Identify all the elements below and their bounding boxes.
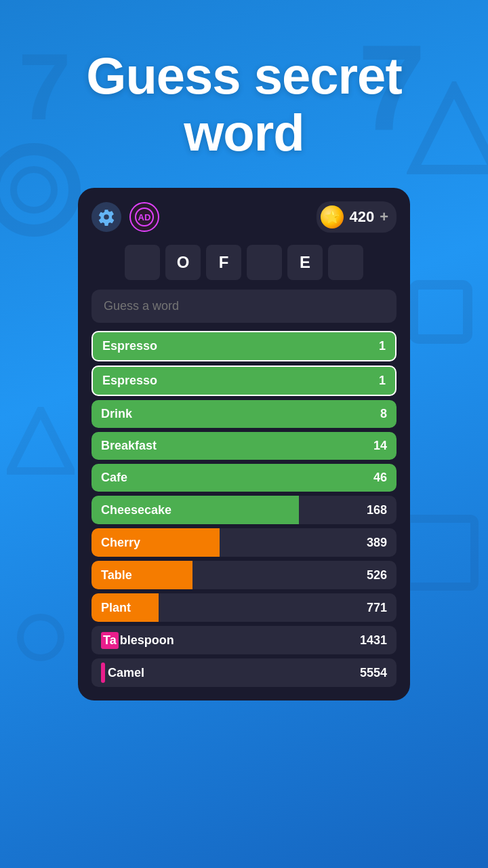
header-row: AD ⭐ 420 + — [92, 201, 396, 233]
list-item[interactable]: Cheesecake 168 — [92, 496, 396, 524]
letter-box-6 — [328, 245, 363, 280]
svg-marker-4 — [10, 410, 71, 471]
word-score: 1 — [379, 374, 386, 388]
letter-box-4 — [247, 245, 282, 280]
word-label: Espresso — [102, 339, 157, 353]
word-score: 46 — [373, 471, 387, 485]
svg-rect-5 — [407, 519, 474, 587]
header-left: AD — [92, 202, 159, 232]
word-score: 168 — [357, 496, 396, 524]
list-item[interactable]: Cafe 46 — [92, 464, 396, 492]
word-highlight: Ta — [101, 632, 119, 649]
letter-box-3: F — [206, 245, 241, 280]
letter-row: O F E — [92, 245, 396, 280]
coin-plus[interactable]: + — [380, 208, 388, 226]
word-label: Camel — [108, 666, 144, 680]
word-score: 5554 — [350, 659, 396, 687]
ad-icon: AD — [135, 208, 154, 226]
svg-rect-3 — [413, 285, 468, 339]
page-title: Guess secret word — [45, 47, 442, 161]
word-label: blespoon — [120, 633, 174, 648]
list-item[interactable]: Drink 8 — [92, 400, 396, 428]
word-score: 389 — [357, 529, 396, 557]
coins-display: ⭐ 420 + — [317, 201, 396, 233]
word-list: Espresso 1 Espresso 1 Drink 8 Breakfast … — [92, 331, 396, 687]
list-item[interactable]: Breakfast 14 — [92, 432, 396, 460]
word-score: 771 — [357, 594, 396, 622]
ad-button[interactable]: AD — [129, 202, 159, 232]
list-item[interactable]: Espresso 1 — [92, 331, 396, 361]
list-item[interactable]: Plant 771 — [92, 593, 396, 622]
word-label: Espresso — [102, 374, 157, 388]
word-label: Breakfast — [101, 439, 157, 453]
word-label: Table — [101, 568, 132, 583]
svg-point-1 — [14, 170, 54, 210]
letter-box-1 — [125, 245, 160, 280]
list-item[interactable]: Table 526 — [92, 561, 396, 589]
word-score: 14 — [373, 439, 387, 453]
word-label: Cherry — [101, 536, 140, 550]
list-item[interactable]: Tablespoon 1431 — [92, 626, 396, 654]
word-score: 526 — [357, 561, 396, 589]
coin-amount: 420 — [349, 208, 374, 226]
svg-point-0 — [0, 149, 75, 231]
word-label: Cafe — [101, 471, 127, 485]
game-card: AD ⭐ 420 + O F E Espresso 1 Espresso 1 — [78, 188, 410, 701]
gear-icon — [98, 208, 115, 226]
letter-box-2: O — [165, 245, 201, 280]
list-item[interactable]: Cherry 389 — [92, 528, 396, 557]
list-item[interactable]: Camel 5554 — [92, 658, 396, 687]
list-item[interactable]: Espresso 1 — [92, 366, 396, 396]
coin-icon: ⭐ — [321, 205, 344, 229]
word-score: 1 — [379, 339, 386, 353]
word-accent-bar — [101, 663, 105, 683]
word-score: 8 — [380, 407, 387, 421]
word-label: Cheesecake — [101, 503, 171, 517]
word-label: Drink — [101, 407, 132, 421]
word-label: Plant — [101, 601, 131, 615]
guess-input[interactable] — [92, 290, 396, 323]
word-score: 1431 — [350, 627, 396, 654]
svg-point-6 — [20, 617, 61, 658]
letter-box-5: E — [287, 245, 323, 280]
settings-button[interactable] — [92, 202, 121, 232]
